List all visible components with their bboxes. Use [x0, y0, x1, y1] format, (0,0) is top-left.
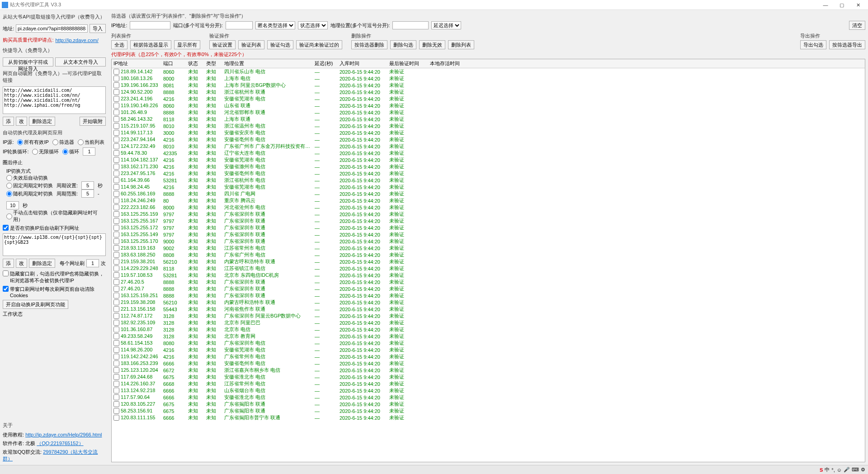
- row-checkbox[interactable]: [113, 123, 119, 129]
- table-row[interactable]: 59.44.78.3042335未知未知辽宁省大连市 电信—2020-6-15 …: [112, 150, 865, 156]
- table-row[interactable]: 120.83.105.2276675未知未知广东省揭阳市 联通—2020-6-1…: [112, 401, 865, 408]
- minimize-button[interactable]: —: [817, 0, 834, 9]
- table-row[interactable]: 163.125.255.1679797未知未知广东省深圳市 联通—2020-6-…: [112, 218, 865, 224]
- refresh-url-list[interactable]: http://www.ip138.com/{spt}{spt}{spt}{spt…: [3, 233, 106, 256]
- row-checkbox[interactable]: [113, 367, 119, 373]
- start-function-button[interactable]: 开启自动换IP及刷网页功能: [3, 300, 68, 309]
- row-checkbox[interactable]: [113, 360, 119, 366]
- row-checkbox[interactable]: [113, 109, 119, 115]
- table-row[interactable]: 114.226.160.376668未知未知江苏省常州市 电信—2020-6-1…: [112, 380, 865, 387]
- row-checkbox[interactable]: [113, 374, 119, 380]
- row-checkbox[interactable]: [113, 293, 119, 299]
- verify-list-button[interactable]: 验证列表: [238, 40, 264, 49]
- author-qq[interactable]: （QQ:2219765152）: [37, 441, 83, 446]
- table-row[interactable]: 117.69.244.686675未知未知安徽省淮北市 电信—2020-6-15…: [112, 374, 865, 380]
- row-checkbox[interactable]: [113, 265, 119, 271]
- row-checkbox[interactable]: [113, 116, 119, 122]
- row-checkbox[interactable]: [113, 96, 119, 102]
- range-min-input[interactable]: [81, 190, 94, 198]
- row-checkbox[interactable]: [113, 225, 119, 231]
- col-verify[interactable]: 最后验证时间: [387, 59, 428, 68]
- table-row[interactable]: 117.57.90.646666未知未知安徽省淮北市 电信—2020-6-15 …: [112, 394, 865, 401]
- row-checkbox[interactable]: [113, 143, 119, 149]
- table-row[interactable]: 101.36.160.873128未知未知北京市 电信—2020-6-15 9:…: [112, 326, 865, 333]
- row-checkbox[interactable]: [113, 408, 119, 414]
- table-row[interactable]: 163.125.159.2518888未知未知广东省深圳市 联通—2020-6-…: [112, 292, 865, 299]
- row-checkbox[interactable]: [113, 279, 119, 285]
- col-port[interactable]: 端口: [161, 59, 186, 68]
- delete-selected-button[interactable]: 删除选定: [29, 117, 55, 126]
- row-checkbox[interactable]: [113, 272, 119, 278]
- row-checkbox[interactable]: [113, 327, 119, 332]
- loop-count-input[interactable]: [83, 147, 95, 156]
- table-row[interactable]: 114.229.229.2488118未知未知江苏省镇江市 电信—2020-6-…: [112, 265, 865, 272]
- delete-selected-button-2[interactable]: 删除选定: [29, 259, 55, 268]
- row-checkbox[interactable]: [113, 333, 119, 339]
- table-row[interactable]: 182.92.235.1093128未知未知北京市 阿里巴巴—2020-6-15…: [112, 319, 865, 326]
- clipboard-import-button[interactable]: 从剪切板中字符或网址导入: [3, 57, 53, 66]
- hidden-checkbox[interactable]: [3, 270, 9, 276]
- table-row[interactable]: 218.89.14.1428060未知未知四川省乐山市 电信—2020-6-15…: [112, 68, 865, 76]
- table-row[interactable]: 112.74.87.1723128未知未知广东省深圳市 阿里云BGP数据中心—2…: [112, 313, 865, 319]
- row-checkbox[interactable]: [113, 76, 119, 81]
- table-row[interactable]: 124.90.52.2008888未知未知浙江省杭州市 联通—2020-6-15…: [112, 89, 865, 95]
- radio-mode-timeout[interactable]: 失效后自动切换: [6, 175, 48, 181]
- row-checkbox[interactable]: [113, 320, 119, 326]
- row-checkbox[interactable]: [113, 137, 119, 142]
- punct-icon[interactable]: °,: [831, 467, 835, 473]
- period-input[interactable]: [81, 181, 94, 190]
- row-checkbox[interactable]: [113, 394, 119, 400]
- table-row[interactable]: 125.123.120.2046672未知未知浙江省嘉兴市桐乡市 电信—2020…: [112, 367, 865, 374]
- row-checkbox[interactable]: [113, 388, 119, 393]
- table-row[interactable]: 163.125.255.1499797未知未知广东省深圳市 联通—2020-6-…: [112, 231, 865, 238]
- start-attach-button[interactable]: 开始吸附: [80, 117, 106, 126]
- row-checkbox[interactable]: [113, 157, 119, 163]
- radio-current-list[interactable]: 当前列表: [78, 139, 104, 146]
- delete-by-filter-button[interactable]: 按筛选器删除: [351, 40, 387, 49]
- show-all-button[interactable]: 显示所有: [174, 40, 200, 49]
- radio-no-loop[interactable]: 无限循环: [32, 148, 59, 155]
- table-row[interactable]: 124.172.232.498010未知未知广东省广州市 广东金万邦科技投资有限…: [112, 143, 865, 150]
- row-checkbox[interactable]: [113, 69, 119, 75]
- row-checkbox[interactable]: [113, 347, 119, 353]
- keyboard-icon[interactable]: ⌨: [852, 467, 859, 473]
- table-row[interactable]: 221.13.156.15855443未知未知河南省焦作市 联通—2020-6-…: [112, 306, 865, 313]
- table-row[interactable]: 222.223.182.668000未知未知河北省沧州市 电信—2020-6-1…: [112, 204, 865, 211]
- table-row[interactable]: 120.83.111.1556666未知未知广东省揭阳市普宁市 联通—2020-…: [112, 414, 865, 421]
- delay-select[interactable]: 延迟选择: [431, 21, 461, 29]
- show-by-filter-button[interactable]: 根据筛选器显示: [130, 40, 171, 49]
- radio-mode-fixed[interactable]: 固定周期定时切换: [6, 182, 53, 189]
- col-type[interactable]: 类型: [204, 59, 222, 68]
- table-row[interactable]: 119.190.149.2268060未知未知山东省 联通—2020-6-15 …: [112, 102, 865, 109]
- attach-url-list[interactable]: http://www.xicidaili.com/ http://www.xic…: [3, 86, 106, 114]
- radio-mode-manual[interactable]: 手动点击钮切换（仅非隐藏刷网址时可用）: [6, 209, 106, 223]
- table-row[interactable]: 119.142.242.2464216未知未知广东省常州市 电信—2020-6-…: [112, 353, 865, 360]
- table-row[interactable]: 163.125.255.1709000未知未知广东省深圳市 联通—2020-6-…: [112, 238, 865, 245]
- range-max-input[interactable]: [6, 201, 19, 209]
- filter-port-input[interactable]: [226, 21, 253, 29]
- per-url-input[interactable]: [86, 259, 99, 267]
- auto-refresh-checkbox[interactable]: [3, 225, 9, 231]
- radio-all-valid[interactable]: 所有有效IP: [17, 139, 48, 146]
- table-row[interactable]: 223.241.4.1964216未知未知安徽省芜湖市 电信—2020-6-15…: [112, 95, 865, 102]
- row-checkbox[interactable]: [113, 252, 119, 258]
- table-row[interactable]: 60.255.186.1698888未知未知四川省 广电网—2020-6-15 …: [112, 190, 865, 197]
- table-row[interactable]: 183.162.171.2304216未知未知安徽省滁州市 电信—2020-6-…: [112, 163, 865, 170]
- buy-link[interactable]: http://ip.zdaye.com/: [55, 38, 98, 43]
- row-checkbox[interactable]: [113, 198, 119, 204]
- table-row[interactable]: 61.164.39.6653281未知未知浙江省杭州市 电信—2020-6-15…: [112, 177, 865, 184]
- row-checkbox[interactable]: [113, 286, 119, 292]
- row-checkbox[interactable]: [113, 232, 119, 237]
- table-row[interactable]: 49.233.58.2493128未知未知北京市 教育网—2020-6-15 9…: [112, 333, 865, 340]
- row-checkbox[interactable]: [113, 89, 119, 95]
- table-row[interactable]: 139.196.166.2338081未知未知上海市 阿里云BGP数据中心—20…: [112, 82, 865, 89]
- row-checkbox[interactable]: [113, 401, 119, 407]
- table-row[interactable]: 218.93.119.1639002未知未知江苏省常州市 电信—2020-6-1…: [112, 245, 865, 251]
- table-row[interactable]: 219.159.38.20856210未知未知内蒙古呼和浩特市 联通—2020-…: [112, 299, 865, 306]
- row-checkbox[interactable]: [113, 82, 119, 88]
- row-checkbox[interactable]: [113, 177, 119, 183]
- row-checkbox[interactable]: [113, 299, 119, 305]
- export-checked-button[interactable]: 导出勾选: [800, 40, 826, 49]
- row-checkbox[interactable]: [113, 150, 119, 156]
- table-row[interactable]: 118.24.246.24980未知未知重庆市 腾讯云—2020-6-15 9:…: [112, 197, 865, 204]
